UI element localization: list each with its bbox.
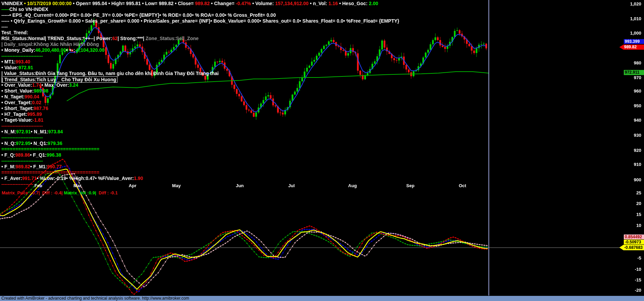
sep-red-2: --------------------: [1, 181, 399, 187]
price-tick-1,000: 1,000: [623, 31, 641, 36]
sep-green-3: --------------------------: [1, 158, 399, 164]
trend-status-line: | Trend_Status:Tich Luy _ Cho Thay Đôi X…: [1, 76, 399, 82]
matrix-indicator-title: Matrix_Price :-0.7| Diff : -0.4| Matrix_…: [2, 190, 118, 195]
osc-tick-20: 20: [623, 201, 641, 206]
osc-badge-yellow2: -0.687683: [619, 245, 644, 250]
sep-red-1: --------------------------: [1, 123, 399, 129]
osc-tick--10: -10: [623, 267, 641, 272]
status-bar: Created with AmiBroker - advanced charti…: [0, 296, 644, 301]
title-line: VNINDEX • 10/17/2019 00:00:00 • Open= 99…: [1, 1, 399, 7]
short-value-line: • Short_Value:989.98: [1, 88, 399, 94]
rsi-status-line: RSI_Status:Normal| TREND_Status:*++--| P…: [1, 36, 399, 41]
price-badge-ma: 993.399: [624, 39, 644, 44]
short-taget-line: • Short_Taget:987.76: [1, 106, 399, 111]
daily-signal-line: | Daily_singal:Không Xác Nhân Hành Đông: [1, 41, 399, 47]
price-badge-close: 989.82: [619, 45, 644, 50]
mt1-line: • MT1:993.40: [1, 59, 399, 65]
price-tick-970: 970: [623, 75, 641, 80]
qtrly-line: ----- • Qtrly_Earings_Growth= 0.000 • Sa…: [1, 18, 399, 24]
amibroker-chart-window: VNINDEX • 10/17/2019 00:00:00 • Open= 99…: [0, 0, 644, 301]
sep-green-eq: ===================================: [1, 146, 399, 152]
osc-tick-10: 10: [623, 223, 641, 228]
price-tick-920: 920: [623, 148, 641, 153]
price-tick-980: 980: [623, 60, 641, 65]
osc-tick--20: -20: [623, 288, 641, 293]
price-badge-value: 972.911: [624, 70, 644, 75]
over-taget-line: • Over_Taget:0.02: [1, 100, 399, 106]
fq-line: • F_Q:989.86• F_Q1:996.38: [1, 152, 399, 158]
dash-line: ----: [1, 24, 399, 30]
faver-line: • F_Aver:991.71• %Low:-0.19• %High:0.47•…: [1, 176, 399, 181]
taget-value-line: • Taget-Value:-1.81: [1, 117, 399, 123]
month-label-oct: Oct: [459, 183, 466, 188]
value-line: • Value:972.91: [1, 65, 399, 71]
symbol-line: -----Chi so VN-INDEX: [1, 7, 399, 12]
osc-badge-yellow1: -0.50973: [624, 240, 644, 244]
price-tick-930: 930: [623, 133, 641, 138]
osc-tick--15: -15: [623, 277, 641, 282]
indicator-text-block: VNINDEX • 10/17/2019 00:00:00 • Open= 99…: [1, 1, 399, 187]
price-tick-900: 900: [623, 177, 641, 182]
price-tick-960: 960: [623, 88, 641, 94]
month-label-sep: Sep: [406, 183, 414, 188]
fm-line: • F_M:989.82• F_M1:990.77: [1, 164, 399, 170]
eps-line: -----• EPS_4Q_Current= 0.000• PE= 0.00• …: [1, 12, 399, 18]
osc-tick-15: 15: [623, 212, 641, 217]
osc-badge-pink: 0.854492: [624, 234, 644, 239]
price-tick-910: 910: [623, 162, 641, 167]
osc-tick-25: 25: [623, 190, 641, 195]
sep-green-1: --------------------------: [1, 53, 399, 59]
price-tick-1,020: 1,020: [623, 1, 641, 7]
cursor-line: [488, 0, 489, 296]
price-tick-950: 950: [623, 103, 641, 108]
nm-line: • N_M:972.91• N_M1:973.84: [1, 129, 399, 135]
osc-tick--5: -5: [623, 255, 641, 261]
price-tick-940: 940: [623, 118, 641, 123]
test-trend-label: Test_Trend:: [1, 30, 399, 36]
over-value-line: • Over_Value:1.74• Max_Over:3.24: [1, 82, 399, 88]
n-taget-line: • N_Taget:990.04: [1, 94, 399, 100]
money-daily-line: • Money_Daily:46,200,480.00• +-:-6,104,3…: [1, 47, 399, 53]
sep-red-eq: ===================================: [1, 170, 399, 176]
nq-line: • N_Q:972.95• N_Q1:979.36: [1, 141, 399, 146]
sep-green-2: --------------------------: [1, 135, 399, 141]
h7-taget-line: • H7_Taget:995.89: [1, 111, 399, 117]
price-tick-1,010: 1,010: [623, 16, 641, 21]
value-status-line: | Value_Status:Đinh Gia Tang Truong. Đâu…: [1, 71, 399, 76]
